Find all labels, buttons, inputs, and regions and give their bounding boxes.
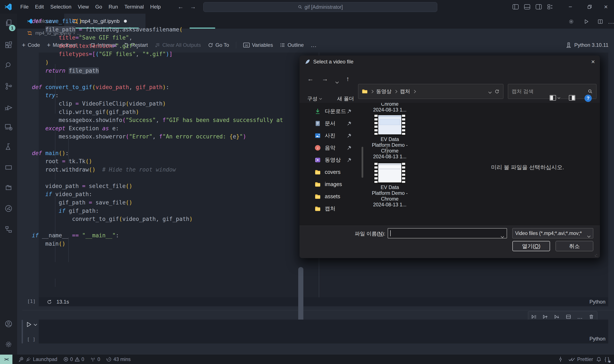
command-center-search[interactable]: gif [Administrator] [203, 2, 437, 12]
code-line[interactable]: convert_to_gif(video_path, gif_path) [32, 215, 283, 223]
new-folder-button[interactable]: 새 폴더 [337, 95, 354, 102]
code-line[interactable] [32, 141, 283, 149]
run-all-icon[interactable] [582, 17, 590, 26]
sidebar-item-videos[interactable]: 동영상 [300, 154, 361, 166]
remote-explorer-icon[interactable] [4, 123, 13, 131]
language-braces-icon[interactable]: { } [605, 357, 609, 362]
file-name-input[interactable] [388, 228, 507, 238]
organize-button[interactable]: 구성 [307, 95, 321, 102]
file-item[interactable]: EV DataPlatform Demo -Chrome2024-08-13 1… [364, 114, 416, 160]
notebook-settings-gear-icon[interactable] [567, 17, 575, 26]
code-line[interactable]: filetypes=[("GIF files", "*.gif")] [32, 50, 283, 58]
hierarchy-icon[interactable] [4, 225, 13, 234]
cancel-button[interactable]: 취소 [556, 241, 593, 251]
menu-selection[interactable]: Selection [47, 0, 75, 14]
settings-gear-icon[interactable] [4, 340, 13, 349]
sidebar-scrollbar-thumb[interactable] [362, 147, 363, 178]
menu-terminal[interactable]: Terminal [121, 0, 147, 14]
file-item[interactable]: Chrome2024-08-13 1... [364, 103, 416, 113]
menu-go[interactable]: Go [92, 0, 105, 14]
code-line[interactable]: defaultextension=".gif", [32, 42, 283, 50]
dialog-title-bar[interactable]: Select a video file [300, 55, 600, 68]
toggle-panel-icon[interactable] [522, 0, 532, 14]
split-cell-icon[interactable] [566, 314, 571, 320]
source-control-icon[interactable] [4, 82, 13, 91]
help-button[interactable]: ? [585, 95, 592, 102]
code-line[interactable] [32, 223, 283, 232]
code-line[interactable]: def convert_to_gif(video_path, gif_path)… [32, 83, 283, 91]
nav-forward-button[interactable]: → [322, 75, 328, 82]
code-line[interactable] [32, 174, 283, 182]
code-line[interactable]: title="Save GIF file", [32, 34, 283, 42]
prettier-item[interactable]: Prettier [568, 357, 593, 362]
sidebar-item-music[interactable]: ♪음악 [300, 142, 361, 154]
launchpad-item[interactable]: Launchpad [18, 357, 57, 362]
code-content[interactable]: def save_file(): file_path = filedialog.… [32, 17, 283, 248]
file-name-dropdown-chevron-icon[interactable] [501, 233, 504, 239]
code-line[interactable]: if video_path: [32, 190, 283, 198]
empty-code-cell-editor[interactable] [39, 320, 608, 343]
code-line[interactable]: ) [32, 58, 283, 67]
run-dropdown-chevron-icon[interactable] [34, 322, 37, 326]
share-graph-icon[interactable] [4, 204, 13, 213]
preview-pane-button[interactable] [569, 95, 575, 101]
close-window-button[interactable]: × [601, 0, 611, 14]
sidebar-item-folder[interactable]: covers [300, 166, 361, 178]
code-line[interactable]: main() [32, 240, 283, 248]
nav-up-button[interactable]: ↑ [346, 75, 349, 82]
code-line[interactable]: video_path = select_file() [32, 182, 283, 190]
sidebar-item-download[interactable]: 다운로드 [300, 105, 361, 117]
code-line[interactable]: except Exception as e: [32, 124, 283, 133]
menu-file[interactable]: File [17, 0, 32, 14]
search-icon[interactable] [4, 61, 13, 70]
split-editor-icon[interactable] [596, 17, 605, 26]
toggle-secondary-sidebar-icon[interactable] [533, 0, 544, 14]
code-line[interactable]: messagebox.showinfo("Success", f"GIF has… [32, 116, 283, 124]
menu-edit[interactable]: Edit [32, 0, 47, 14]
cell-language[interactable]: Python [589, 336, 605, 342]
cell-language[interactable]: Python [589, 299, 605, 305]
code-line[interactable]: def main(): [32, 149, 283, 157]
sidebar-item-folder[interactable]: assets [300, 190, 361, 203]
toolbar-more-icon[interactable]: … [311, 42, 317, 49]
view-mode-button[interactable] [549, 95, 560, 101]
editor-more-actions-icon[interactable]: … [607, 17, 614, 26]
code-line[interactable]: clip = VideoFileClip(video_path) [32, 100, 283, 108]
toggle-primary-sidebar-icon[interactable] [510, 0, 521, 14]
minimize-button[interactable] [565, 0, 575, 14]
sidebar-item-document[interactable]: 문서 [300, 117, 361, 130]
code-line[interactable]: try: [32, 91, 283, 100]
customize-layout-icon[interactable] [545, 0, 555, 14]
timer-item[interactable]: 43 mins [106, 357, 131, 362]
restore-button[interactable] [585, 0, 595, 14]
code-line[interactable]: clip.write_gif(gif_path) [32, 108, 283, 116]
execute-above-icon[interactable] [543, 314, 548, 320]
file-item[interactable]: EV DataPlatform Demo -Chrome2024-08-13 1… [364, 162, 416, 208]
remote-indicator[interactable]: >< [0, 355, 13, 364]
sidebar-item-folder[interactable]: 캡처 [300, 203, 361, 215]
menu-run[interactable]: Run [105, 0, 121, 14]
code-line[interactable]: root = tk.Tk() [32, 157, 283, 166]
sidebar-item-folder[interactable]: images [300, 178, 361, 190]
code-line[interactable]: root.withdraw() # Hide the root window [32, 166, 283, 174]
bell-icon[interactable] [596, 357, 601, 362]
delete-cell-icon[interactable] [588, 314, 594, 320]
code-line[interactable]: return file_path [32, 67, 283, 75]
ports-item[interactable]: 0 [90, 357, 100, 362]
code-line[interactable]: if gif_path: [32, 207, 283, 215]
menu-help[interactable]: Help [147, 0, 164, 14]
testing-icon[interactable] [4, 143, 13, 151]
panel-view-icon[interactable] [4, 163, 13, 172]
port-icon[interactable] [559, 356, 562, 362]
open-button[interactable]: 열기(O) [512, 241, 550, 251]
nav-history-chevron-icon[interactable] [336, 77, 338, 85]
run-cell-button[interactable] [26, 321, 37, 328]
code-line[interactable] [32, 75, 283, 83]
outline-button[interactable]: Outline [280, 42, 304, 48]
code-line[interactable]: gif_path = save_file() [32, 198, 283, 207]
extensions-icon[interactable] [4, 40, 13, 49]
dialog-close-button[interactable]: × [586, 55, 600, 68]
execute-cell-icon[interactable] [531, 314, 537, 320]
file-list-scrollbar-thumb[interactable] [386, 145, 388, 154]
sidebar-item-pictures[interactable]: 사진 [300, 130, 361, 142]
